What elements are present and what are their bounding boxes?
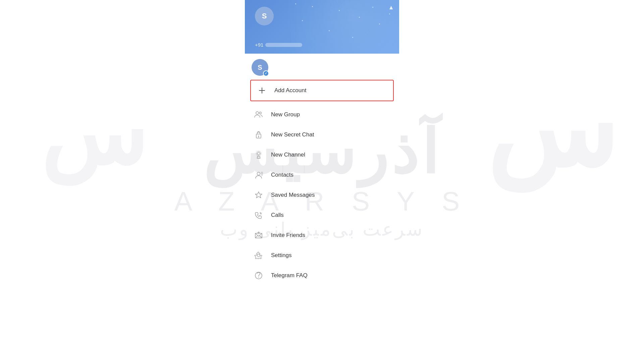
svg-rect-9 (257, 156, 260, 158)
invite-friends-label: Invite Friends (271, 232, 305, 239)
invite-icon (253, 230, 264, 241)
header-blue: S ▲ +91 (245, 0, 399, 54)
watermark-s-right: ﺱ (486, 67, 617, 192)
svg-point-3 (259, 112, 261, 114)
telegram-faq-label: Telegram FAQ (271, 272, 308, 279)
new-channel-icon (253, 149, 264, 161)
star-decor (302, 20, 303, 21)
calls-label: Calls (271, 212, 284, 219)
phone-bar (265, 43, 302, 47)
calls-icon (253, 209, 264, 221)
star-decor (359, 17, 360, 18)
account-switcher-wrap: S (245, 54, 399, 76)
faq-icon (253, 270, 264, 281)
star-decor (339, 10, 340, 11)
svg-point-8 (256, 151, 261, 156)
star-decor (372, 7, 373, 8)
telegram-faq-item[interactable]: Telegram FAQ (245, 265, 399, 286)
settings-icon (253, 250, 264, 261)
main-panel: S ▲ +91 S Add Account (245, 0, 399, 288)
settings-item[interactable]: Settings (245, 245, 399, 265)
saved-messages-item[interactable]: Saved Messages (245, 185, 399, 205)
expand-button[interactable]: ▲ (388, 4, 394, 11)
new-secret-chat-item[interactable]: New Secret Chat (245, 125, 399, 145)
plus-icon (256, 85, 268, 96)
secret-chat-icon (253, 129, 264, 140)
saved-icon (253, 189, 264, 201)
star-decor (312, 6, 313, 7)
menu-list: Add Account New Group (245, 76, 399, 288)
star-decor (352, 37, 353, 38)
svg-point-2 (256, 112, 259, 114)
svg-marker-16 (255, 192, 262, 198)
watermark-s-left: ﺱ (40, 84, 147, 185)
star-decor (329, 30, 330, 31)
header-avatar: S (255, 7, 274, 25)
new-group-icon (253, 109, 264, 120)
contacts-icon (253, 169, 264, 181)
account-check-badge (263, 70, 269, 76)
contacts-label: Contacts (271, 172, 293, 178)
svg-line-18 (255, 236, 258, 238)
invite-friends-item[interactable]: Invite Friends (245, 225, 399, 245)
account-avatar[interactable]: S (252, 59, 268, 76)
settings-label: Settings (271, 252, 291, 259)
calls-item[interactable]: Calls (245, 205, 399, 225)
star-decor (295, 3, 296, 4)
svg-point-7 (257, 152, 260, 155)
new-channel-label: New Channel (271, 152, 305, 158)
add-account-item[interactable]: Add Account (250, 80, 394, 101)
add-account-label: Add Account (274, 87, 306, 94)
star-decor (389, 13, 390, 14)
new-channel-item[interactable]: New Channel (245, 145, 399, 165)
new-group-label: New Group (271, 111, 300, 118)
phone-prefix: +91 (255, 42, 263, 48)
svg-point-12 (257, 172, 260, 175)
star-decor (379, 23, 380, 24)
new-secret-chat-label: New Secret Chat (271, 131, 314, 138)
phone-number: +91 (255, 42, 302, 48)
svg-line-19 (260, 236, 262, 238)
new-group-item[interactable]: New Group (245, 105, 399, 125)
contacts-item[interactable]: Contacts (245, 165, 399, 185)
saved-messages-label: Saved Messages (271, 192, 315, 198)
